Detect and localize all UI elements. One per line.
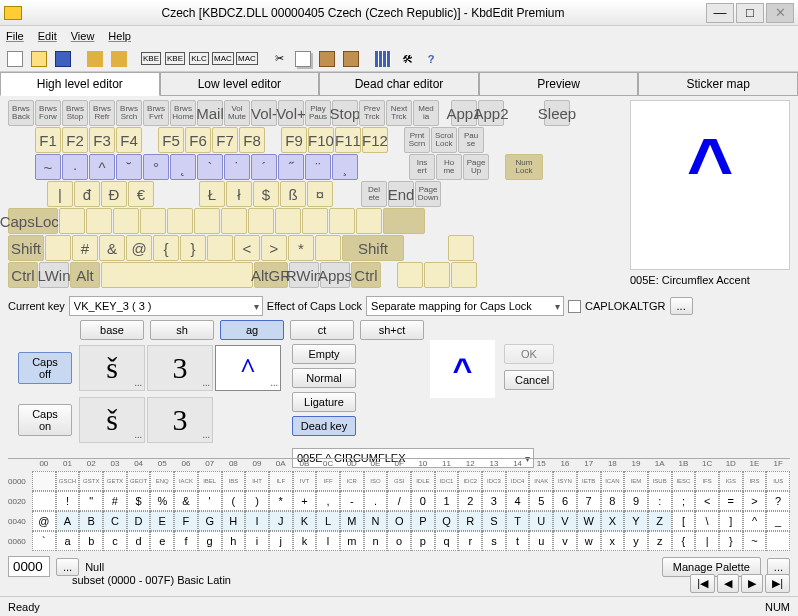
pal-cell[interactable]: IVT <box>293 471 317 491</box>
key-vol-[interactable]: Vol- <box>251 100 277 126</box>
key-f9[interactable]: F9 <box>281 127 307 153</box>
key-blank[interactable] <box>140 208 166 234</box>
key-del-ete[interactable]: Delete <box>361 181 387 207</box>
key-blank[interactable] <box>383 208 425 234</box>
key-f11[interactable]: F11 <box>335 127 361 153</box>
pal-cell[interactable]: . <box>364 491 388 511</box>
pal-cell[interactable]: * <box>269 491 293 511</box>
pal-cell[interactable]: G <box>198 511 222 531</box>
pal-cell[interactable]: z <box>648 531 672 551</box>
key-blank[interactable] <box>101 262 253 288</box>
pal-cell[interactable]: L <box>316 511 340 531</box>
pal-cell[interactable]: 6 <box>553 491 577 511</box>
pal-cell[interactable]: i <box>245 531 269 551</box>
pal-cell[interactable]: X <box>601 511 625 531</box>
pal-cell[interactable]: ILF <box>269 471 293 491</box>
key-blank[interactable] <box>424 262 450 288</box>
pal-cell[interactable]: IDC3 <box>482 471 506 491</box>
pal-cell[interactable]: / <box>387 491 411 511</box>
key-blank[interactable] <box>448 235 474 261</box>
key-num-lock[interactable]: NumLock <box>505 154 543 180</box>
cell-sh-off[interactable]: 3... <box>147 345 213 391</box>
key-blank[interactable] <box>275 208 301 234</box>
pal-cell[interactable]: IHT <box>245 471 269 491</box>
key-blank[interactable] <box>207 235 233 261</box>
caps-effect-combo[interactable]: Separate mapping for Caps Lock <box>366 296 564 316</box>
pal-cell[interactable]: < <box>695 491 719 511</box>
key-next-trck[interactable]: NextTrck <box>386 100 412 126</box>
tab-high-level[interactable]: High level editor <box>0 72 160 96</box>
pal-cell[interactable]: IRS <box>743 471 767 491</box>
key-blank[interactable] <box>302 208 328 234</box>
tab-low-level[interactable]: Low level editor <box>160 72 320 96</box>
pal-cell[interactable]: IFF <box>316 471 340 491</box>
tool-kbe1[interactable]: KBE <box>140 48 162 70</box>
key--[interactable]: ` <box>197 154 223 180</box>
key--[interactable]: $ <box>253 181 279 207</box>
pal-cell[interactable]: ~ <box>743 531 767 551</box>
key-brws-fvrt[interactable]: BrwsFvrt <box>143 100 169 126</box>
pal-cell[interactable]: l <box>316 531 340 551</box>
menu-view[interactable]: View <box>71 30 95 42</box>
palette-next[interactable]: ▶ <box>741 574 763 593</box>
pal-cell[interactable]: C <box>103 511 127 531</box>
key--[interactable]: ß <box>280 181 306 207</box>
pal-cell[interactable]: E <box>150 511 174 531</box>
key-capslock[interactable]: CapsLock <box>8 208 58 234</box>
pal-cell[interactable]: f <box>174 531 198 551</box>
pal-cell[interactable]: B <box>79 511 103 531</box>
pal-cell[interactable]: IDC4 <box>506 471 530 491</box>
key-blank[interactable] <box>45 235 71 261</box>
pal-cell[interactable]: d <box>127 531 151 551</box>
state-base[interactable]: base <box>80 320 144 340</box>
pal-cell[interactable]: y <box>624 531 648 551</box>
key-blank[interactable] <box>86 208 112 234</box>
pal-cell[interactable]: # <box>103 491 127 511</box>
tool-pkg1[interactable] <box>84 48 106 70</box>
map-deadkey[interactable]: Dead key <box>292 416 356 436</box>
state-ct[interactable]: ct <box>290 320 354 340</box>
pal-cell[interactable]: P <box>411 511 435 531</box>
pal-cell[interactable]: ISYN <box>553 471 577 491</box>
pal-cell[interactable]: D <box>127 511 151 531</box>
pal-cell[interactable]: > <box>743 491 767 511</box>
key-end[interactable]: End <box>388 181 414 207</box>
cell-base-off[interactable]: š... <box>79 345 145 391</box>
pal-cell[interactable]: GEOT <box>127 471 151 491</box>
key--[interactable]: ¨ <box>305 154 331 180</box>
key-scrol-lock[interactable]: ScrolLock <box>431 127 457 153</box>
key-f3[interactable]: F3 <box>89 127 115 153</box>
pal-cell[interactable]: IETB <box>577 471 601 491</box>
menu-file[interactable]: File <box>6 30 24 42</box>
key-brws-forw[interactable]: BrwsForw <box>35 100 61 126</box>
pal-cell[interactable] <box>32 471 56 491</box>
key-vol-[interactable]: Vol+ <box>278 100 304 126</box>
pal-cell[interactable]: _ <box>766 511 790 531</box>
pal-cell[interactable]: m <box>340 531 364 551</box>
key-shift[interactable]: Shift <box>8 235 44 261</box>
pal-cell[interactable]: V <box>553 511 577 531</box>
key-med-ia[interactable]: Media <box>413 100 439 126</box>
key--[interactable]: ´ <box>251 154 277 180</box>
key--[interactable]: Ł <box>199 181 225 207</box>
key-brws-srch[interactable]: BrwsSrch <box>116 100 142 126</box>
pal-cell[interactable]: IFS <box>695 471 719 491</box>
key-sleep[interactable]: Sleep <box>544 100 570 126</box>
key-brws-back[interactable]: BrwsBack <box>8 100 34 126</box>
pal-cell[interactable]: n <box>364 531 388 551</box>
cell-ag-off[interactable]: ^... <box>215 345 281 391</box>
pal-cell[interactable]: ENQ <box>150 471 174 491</box>
pal-cell[interactable]: IGS <box>719 471 743 491</box>
tool-grid[interactable] <box>372 48 394 70</box>
tool-pkg2[interactable] <box>108 48 130 70</box>
cancel-button[interactable]: Cancel <box>504 370 554 390</box>
pal-cell[interactable] <box>32 491 56 511</box>
pal-cell[interactable]: | <box>695 531 719 551</box>
code-field[interactable] <box>8 556 50 577</box>
pal-cell[interactable]: { <box>672 531 696 551</box>
pal-cell[interactable]: e <box>150 531 174 551</box>
pal-cell[interactable]: INAK <box>529 471 553 491</box>
minimize-button[interactable]: — <box>706 3 734 23</box>
pal-cell[interactable]: = <box>719 491 743 511</box>
palette-prev[interactable]: ◀ <box>717 574 739 593</box>
